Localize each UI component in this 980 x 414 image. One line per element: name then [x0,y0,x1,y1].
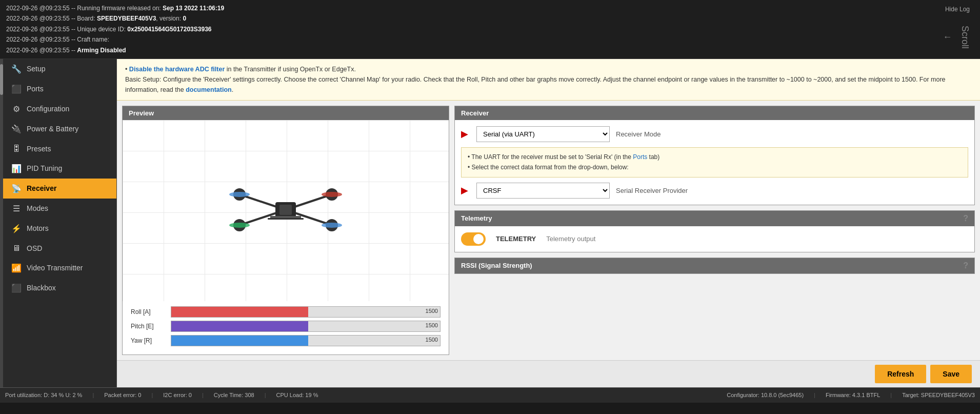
telemetry-help-icon[interactable]: ? [963,214,968,223]
refresh-button[interactable]: Refresh [875,365,926,383]
channel-label-1: Pitch [E] [131,323,167,330]
sidebar-item-blackbox[interactable]: ⬛Blackbox [3,278,116,298]
log-entry-2: 2022-09-26 @09:23:55 -- Board: SPEEDYBEE… [6,13,974,24]
telemetry-label: TELEMETRY [496,235,536,243]
channel-bar-value-0: 1500 [426,308,438,314]
sidebar-item-power-battery[interactable]: 🔌Power & Battery [3,119,116,139]
log-entry-4: 2022-09-26 @09:23:55 -- Craft name: [6,34,974,45]
telemetry-toggle[interactable] [461,232,486,246]
svg-rect-14 [270,216,301,218]
packet-error: Packet error: 0 [104,392,141,398]
sidebar-item-video-transmitter[interactable]: 📶Video Transmitter [3,258,116,278]
rssi-header: RSSI (Signal Strength) ? [455,258,974,273]
sidebar-label-configuration: Configuration [27,105,69,113]
provider-row: ▶ CRSFSBUSiBUSSUMDSUMHXB-BusSpektrum1024… [461,183,968,199]
sidebar-icon-setup: 🔧 [11,64,22,74]
provider-label: Serial Receiver Provider [616,187,688,194]
sidebar-label-setup: Setup [27,65,46,73]
receiver-mode-row: ▶ Serial (via UART)PPMMSPSPI Rx Receiver… [461,126,968,142]
sidebar-item-configuration[interactable]: ⚙Configuration [3,99,116,119]
channel-bar-container-1: 1500 [171,321,441,332]
sidebar-icon-presets: 🎛 [11,144,22,153]
channel-bar-container-2: 1500 [171,335,441,346]
sidebar-label-power-battery: Power & Battery [27,125,78,133]
sidebar-icon-power-battery: 🔌 [11,124,22,134]
sidebar-item-setup[interactable]: 🔧Setup [3,59,116,79]
sidebar-icon-video-transmitter: 📶 [11,263,22,273]
cycle-time: Cycle Time: 308 [214,392,254,398]
sidebar: 🔧Setup⬛Ports⚙Configuration🔌Power & Batte… [0,59,117,387]
sidebar-item-osd[interactable]: 🖥OSD [3,239,116,258]
receiver-panel: Receiver ▶ Serial (via UART)PPMMSPSPI Rx… [454,106,975,205]
svg-rect-15 [268,218,304,220]
channel-row-1: Pitch [E] 1500 [131,321,441,332]
sidebar-item-receiver[interactable]: 📡Receiver [3,179,116,199]
action-buttons: Refresh Save [117,360,980,387]
channel-label-2: Yaw [R] [131,337,167,344]
sidebar-scrollbar[interactable] [0,59,3,387]
right-panels: Receiver ▶ Serial (via UART)PPMMSPSPI Rx… [454,106,975,355]
port-utilization: Port utilization: D: 34 % U: 2 % [5,392,82,398]
channel-bars: Roll [A] 1500 Pitch [E] 1500 Yaw [R] 150… [123,301,449,354]
svg-point-11 [322,192,342,197]
scroll-button[interactable]: Scroll ↓ [940,26,975,49]
ports-link[interactable]: Ports [633,153,647,161]
sidebar-icon-osd: 🖥 [11,244,22,253]
provider-select[interactable]: CRSFSBUSiBUSSUMDSUMHXB-BusSpektrum1024Sp… [476,183,610,199]
sidebar-label-receiver: Receiver [27,184,56,192]
sidebar-icon-configuration: ⚙ [11,104,22,114]
svg-point-10 [229,192,250,197]
sidebar-label-ports: Ports [27,85,44,93]
channel-row-0: Roll [A] 1500 [131,306,441,318]
toggle-slider [461,232,486,246]
log-entry-1: 2022-09-26 @09:23:55 -- Running firmware… [6,3,974,13]
main-layout: 🔧Setup⬛Ports⚙Configuration🔌Power & Batte… [0,59,980,387]
log-area: 2022-09-26 @09:23:55 -- Running firmware… [0,0,980,59]
cpu-load: CPU Load: 19 % [276,392,318,398]
drone-svg [219,184,352,235]
documentation-link[interactable]: documentation [186,86,232,93]
channel-bar-fill-0 [171,307,308,317]
sidebar-label-presets: Presets [27,145,51,153]
channel-bar-value-2: 1500 [426,337,438,343]
sidebar-icon-modes: ☰ [11,204,22,213]
receiver-mode-label: Receiver Mode [616,130,661,138]
svg-point-12 [229,223,250,228]
svg-rect-5 [279,205,292,215]
drone-image [219,184,352,237]
rssi-panel: RSSI (Signal Strength) ? [454,258,975,274]
sidebar-item-presets[interactable]: 🎛Presets [3,139,116,159]
hide-log-button[interactable]: Hide Log [945,4,970,14]
sidebar-item-motors[interactable]: ⚡Motors [3,219,116,239]
sidebar-item-modes[interactable]: ☰Modes [3,199,116,219]
uart-note-line2: • Select the correct data format from th… [468,162,962,172]
firmware-info: Firmware: 4.3.1 BTFL [826,392,880,398]
sidebar-item-pid-tuning[interactable]: 📊PID Tuning [3,159,116,179]
channel-row-2: Yaw [R] 1500 [131,335,441,346]
rssi-help-icon[interactable]: ? [963,261,968,270]
telemetry-header: Telemetry ? [455,211,974,226]
receiver-body: ▶ Serial (via UART)PPMMSPSPI Rx Receiver… [455,120,974,205]
sidebar-icon-pid-tuning: 📊 [11,164,22,173]
receiver-arrow-1: ▶ [461,128,468,140]
i2c-error: I2C error: 0 [163,392,192,398]
sidebar-icon-blackbox: ⬛ [11,283,22,293]
configurator-info: Configurator: 10.8.0 (5ec9465) [727,392,804,398]
telemetry-panel: Telemetry ? TELEMETRY Telemetry output [454,210,975,252]
preview-body [123,120,449,301]
uart-note: • The UART for the receiver must be set … [461,147,968,178]
sidebar-scroll-thumb[interactable] [0,64,3,95]
warning-line1: • Disable the hardware ADC filter in the… [125,64,972,74]
telemetry-output-label: Telemetry output [546,235,595,243]
sidebar-item-ports[interactable]: ⬛Ports [3,79,116,99]
receiver-mode-select[interactable]: Serial (via UART)PPMMSPSPI Rx [476,126,610,142]
adc-filter-link[interactable]: Disable the hardware ADC filter [129,66,225,73]
channel-bar-value-1: 1500 [426,322,438,328]
sidebar-label-motors: Motors [27,224,49,232]
sidebar-label-pid-tuning: PID Tuning [27,164,62,172]
sidebar-icon-ports: ⬛ [11,84,22,94]
save-button[interactable]: Save [930,365,972,383]
content-area: • Disable the hardware ADC filter in the… [117,59,980,387]
channel-bar-container-0: 1500 [171,306,441,318]
log-entry-3: 2022-09-26 @09:23:55 -- Unique device ID… [6,24,974,34]
